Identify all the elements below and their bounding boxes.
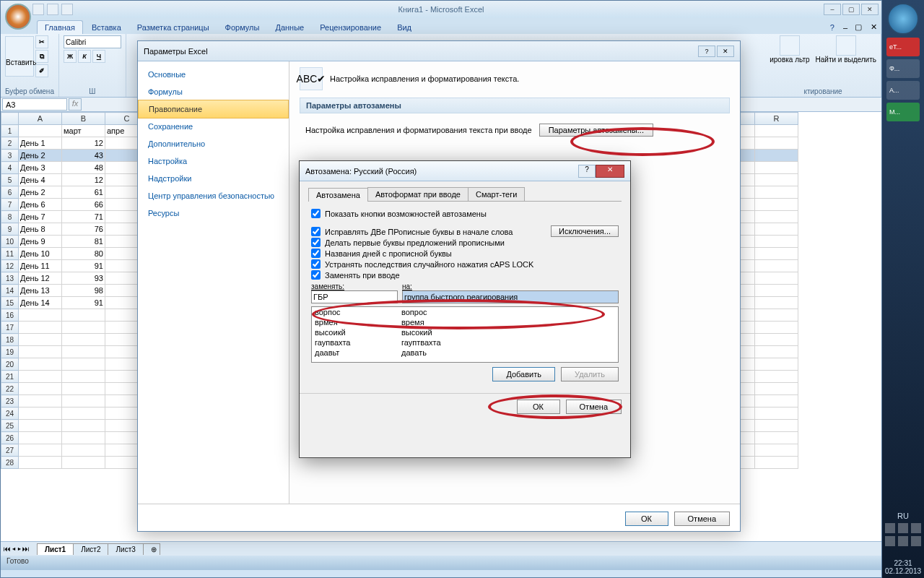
taskbar-item[interactable]: eT... — [886, 38, 920, 56]
clock[interactable]: 22:31 02.12.2013 — [882, 556, 924, 578]
tab-formulas[interactable]: Формулы — [218, 21, 267, 34]
tab-page-layout[interactable]: Разметка страницы — [130, 21, 217, 34]
options-nav-item[interactable]: Дополнительно — [138, 135, 289, 152]
ac-tab-smarttags[interactable]: Смарт-теги — [468, 187, 525, 201]
clipboard-group-label: Буфер обмена — [5, 87, 54, 95]
tray-icon[interactable] — [898, 523, 908, 533]
options-nav-item[interactable]: Формулы — [138, 83, 289, 100]
tray-icon[interactable] — [911, 536, 921, 546]
delete-button[interactable]: Удалить — [561, 367, 619, 381]
ac-close-button[interactable]: ✕ — [596, 165, 624, 178]
cut-icon[interactable]: ✂ — [35, 35, 48, 48]
window-title: Книга1 - Microsoft Excel — [398, 5, 484, 14]
ac-tab-autoformat[interactable]: Автоформат при вводе — [367, 187, 468, 201]
undo-icon[interactable] — [47, 4, 58, 15]
maximize-button[interactable]: ▢ — [842, 4, 860, 15]
options-nav-item[interactable]: Сохранение — [138, 118, 289, 135]
office-button[interactable] — [5, 4, 31, 30]
lang-indicator[interactable]: RU — [885, 512, 921, 520]
system-tray: RU — [882, 509, 924, 549]
options-nav: ОсновныеФормулыПравописаниеСохранениеДоп… — [138, 61, 289, 504]
tray-icon[interactable] — [885, 523, 895, 533]
new-sheet-button[interactable]: ⊕ — [143, 543, 160, 555]
sheet-tab-2[interactable]: Лист2 — [73, 543, 108, 555]
exceptions-button[interactable]: Исключения... — [551, 225, 619, 237]
tray-icon[interactable] — [898, 536, 908, 546]
copy-icon[interactable]: ⧉ — [35, 50, 48, 63]
tab-data[interactable]: Данные — [268, 21, 311, 34]
chk-replace[interactable]: Заменять при вводе — [311, 270, 619, 280]
chk-days[interactable]: Названия дней с прописной буквы — [311, 249, 619, 258]
save-icon[interactable] — [32, 4, 44, 15]
find-select-button[interactable]: Найти и выделить — [816, 35, 876, 64]
find-icon — [836, 35, 856, 56]
ac-titlebar: Автозамена: Русский (Россия) ? ✕ — [300, 161, 630, 181]
paste-button[interactable]: Вставить — [5, 36, 34, 77]
options-nav-item[interactable]: Центр управления безопасностью — [138, 187, 289, 204]
fx-button[interactable]: fx — [69, 98, 82, 111]
sheet-tab-1[interactable]: Лист1 — [37, 543, 74, 555]
proofing-icon: ABC✔ — [300, 67, 323, 90]
taskbar-item[interactable]: М... — [886, 103, 920, 121]
doc-close-button[interactable]: ✕ — [866, 20, 881, 34]
font-select[interactable] — [64, 35, 121, 48]
format-painter-icon[interactable]: ✐ — [35, 64, 48, 77]
tab-view[interactable]: Вид — [390, 21, 419, 34]
options-nav-item[interactable]: Правописание — [138, 100, 289, 118]
options-cancel-button[interactable]: Отмена — [674, 512, 730, 526]
chk-show-buttons[interactable]: Показать кнопки возможностей автозамены — [311, 209, 619, 218]
options-titlebar: Параметры Excel ? ✕ — [138, 41, 740, 61]
options-ok-button[interactable]: ОК — [625, 512, 668, 526]
taskbar-item[interactable]: Ф... — [886, 59, 920, 78]
tab-insert[interactable]: Вставка — [84, 21, 128, 34]
replace-input[interactable] — [311, 290, 398, 303]
tab-nav-controls[interactable]: ⏮◀▶⏭ — [4, 545, 31, 553]
options-nav-item[interactable]: Надстройки — [138, 170, 289, 187]
autocorrect-section-title: Параметры автозамены — [300, 98, 730, 113]
ac-ok-button[interactable]: ОК — [517, 400, 560, 414]
status-bar: Готово — [1, 556, 881, 570]
autocorrect-dialog: Автозамена: Русский (Россия) ? ✕ Автозам… — [299, 160, 631, 458]
options-title: Параметры Excel — [144, 47, 208, 56]
minimize-button[interactable]: – — [824, 4, 841, 15]
close-button[interactable]: ✕ — [861, 4, 879, 15]
chk-capslock[interactable]: Устранять последствия случайного нажатия… — [311, 259, 619, 269]
taskbar-item[interactable]: А... — [886, 81, 920, 100]
doc-minimize-button[interactable]: – — [840, 21, 850, 34]
tray-icon[interactable] — [885, 536, 895, 546]
ac-tab-autocorrect[interactable]: Автозамена — [308, 188, 368, 202]
help-icon[interactable]: ? — [826, 21, 839, 34]
ac-cancel-button[interactable]: Отмена — [566, 400, 622, 414]
redo-icon[interactable] — [61, 4, 73, 15]
start-button[interactable] — [887, 3, 919, 35]
name-box[interactable] — [2, 98, 67, 111]
autocorrect-options-button[interactable]: Параметры автозамены... — [539, 124, 653, 137]
doc-restore-button[interactable]: ▢ — [852, 20, 865, 34]
options-close-button[interactable]: ✕ — [717, 46, 734, 57]
with-label: на: — [402, 282, 619, 290]
sheet-tab-3[interactable]: Лист3 — [108, 543, 143, 555]
sort-filter-button[interactable]: ировка льтр — [770, 35, 809, 64]
font-group-label: Ш — [64, 87, 121, 95]
autocorrect-list[interactable]: ворпосвопросврмеявремявысоикйвысокийгауп… — [311, 306, 619, 363]
with-input[interactable] — [402, 290, 619, 303]
ac-help-button[interactable]: ? — [578, 165, 596, 178]
ac-title: Автозамена: Русский (Россия) — [305, 167, 417, 176]
chk-first-cap[interactable]: Делать первые буквы предложений прописны… — [311, 238, 619, 247]
options-help-button[interactable]: ? — [698, 46, 715, 57]
sheet-tabs-bar: ⏮◀▶⏭ Лист1 Лист2 Лист3 ⊕ — [1, 541, 881, 556]
add-button[interactable]: Добавить — [492, 367, 555, 381]
chk-two-caps[interactable]: Исправлять ДВе ПРописные буквы в начале … — [311, 227, 551, 236]
options-nav-item[interactable]: Основные — [138, 66, 289, 83]
bold-button[interactable]: Ж — [64, 50, 77, 63]
titlebar: Книга1 - Microsoft Excel – ▢ ✕ — [1, 1, 881, 18]
tab-home[interactable]: Главная — [37, 20, 83, 34]
ac-tabs: Автозамена Автоформат при вводе Смарт-те… — [308, 187, 622, 202]
options-nav-item[interactable]: Ресурсы — [138, 204, 289, 222]
tab-review[interactable]: Рецензирование — [313, 21, 388, 34]
options-header: Настройка исправления и форматирования т… — [330, 74, 519, 83]
tray-icon[interactable] — [911, 523, 921, 533]
italic-button[interactable]: К — [78, 50, 91, 63]
underline-button[interactable]: Ч — [92, 50, 105, 63]
options-nav-item[interactable]: Настройка — [138, 152, 289, 170]
